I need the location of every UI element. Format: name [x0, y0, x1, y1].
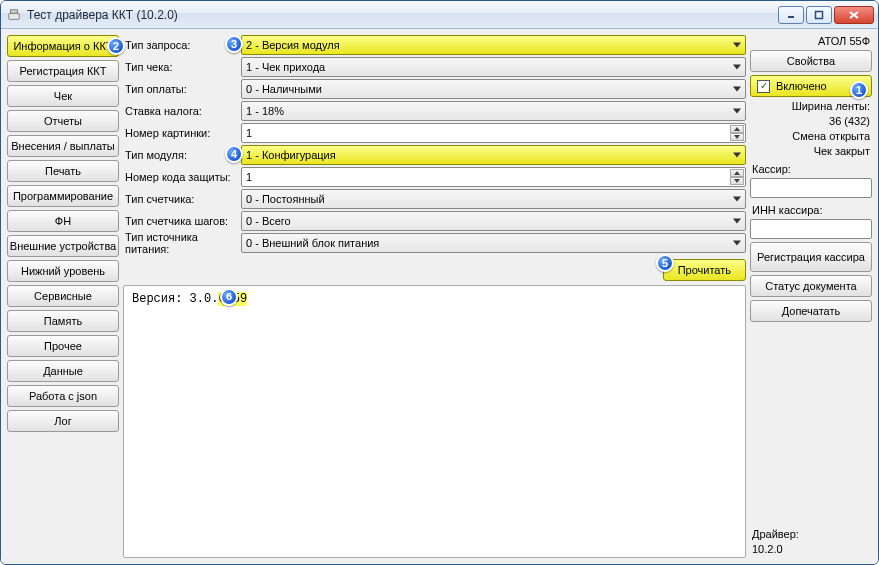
row-counter-type: Тип счетчика: 0 - Постоянный	[123, 189, 746, 209]
nav-registration-kkt[interactable]: Регистрация ККТ	[7, 60, 119, 82]
nav-memory[interactable]: Память	[7, 310, 119, 332]
maximize-button[interactable]	[806, 6, 832, 24]
nav-low-level[interactable]: Нижний уровень	[7, 260, 119, 282]
combo-step-counter[interactable]: 0 - Всего	[241, 211, 746, 231]
nav-programming[interactable]: Программирование	[7, 185, 119, 207]
nav-service[interactable]: Сервисные	[7, 285, 119, 307]
output-pane[interactable]: Версия: 3.0.6059 6	[123, 285, 746, 558]
label-receipt-type: Тип чека:	[123, 61, 237, 73]
content-area: Информация о ККТ Регистрация ККТ Чек Отч…	[1, 29, 878, 564]
label-step-counter: Тип счетчика шагов:	[123, 215, 237, 227]
label-request-type: Тип запроса:	[123, 39, 237, 51]
properties-button[interactable]: Свойства	[750, 50, 872, 72]
chevron-down-icon	[733, 87, 741, 92]
svg-rect-3	[816, 11, 823, 18]
svg-marker-8	[734, 171, 740, 175]
spin-down-icon[interactable]	[730, 177, 744, 185]
register-cashier-button[interactable]: Регистрация кассира	[750, 242, 872, 272]
row-tax-rate: Ставка налога: 1 - 18%	[123, 101, 746, 121]
svg-marker-9	[734, 179, 740, 183]
nav-other[interactable]: Прочее	[7, 335, 119, 357]
combo-counter-type[interactable]: 0 - Постоянный	[241, 189, 746, 209]
tape-width-label: Ширина ленты:	[750, 100, 872, 112]
read-button[interactable]: Прочитать	[663, 259, 746, 281]
combo-counter-type-value: 0 - Постоянный	[246, 193, 325, 205]
svg-marker-7	[734, 135, 740, 139]
chevron-down-icon	[733, 43, 741, 48]
driver-info: Драйвер: 10.2.0	[750, 525, 872, 558]
output-highlight: 6059	[218, 292, 247, 306]
doc-status-button[interactable]: Статус документа	[750, 275, 872, 297]
spin-up-icon[interactable]	[730, 125, 744, 133]
driver-version: 10.2.0	[752, 542, 870, 556]
combo-receipt-type[interactable]: 1 - Чек прихода	[241, 57, 746, 77]
nav-sidebar: Информация о ККТ Регистрация ККТ Чек Отч…	[7, 35, 119, 558]
enabled-checkbox-row[interactable]: ✓ Включено	[750, 75, 872, 97]
combo-step-counter-value: 0 - Всего	[246, 215, 291, 227]
nav-deposits-withdrawals[interactable]: Внесения / выплаты	[7, 135, 119, 157]
cashier-input[interactable]	[750, 178, 872, 198]
chevron-down-icon	[733, 197, 741, 202]
check-icon: ✓	[757, 80, 770, 93]
nav-receipt[interactable]: Чек	[7, 85, 119, 107]
spin-protection-code[interactable]: 1	[241, 167, 746, 187]
cashier-inn-label: ИНН кассира:	[750, 201, 872, 216]
svg-marker-6	[734, 127, 740, 131]
tape-width-value: 36 (432)	[750, 115, 872, 127]
nav-log[interactable]: Лог	[7, 410, 119, 432]
device-model: АТОЛ 55Ф	[750, 35, 872, 47]
label-counter-type: Тип счетчика:	[123, 193, 237, 205]
enabled-label: Включено	[776, 80, 827, 92]
row-step-counter: Тип счетчика шагов: 0 - Всего	[123, 211, 746, 231]
window-title: Тест драйвера ККТ (10.2.0)	[27, 8, 772, 22]
combo-module-type-value: 1 - Конфигурация	[246, 149, 336, 161]
nav-info-kkt[interactable]: Информация о ККТ	[7, 35, 119, 57]
spin-up-icon[interactable]	[730, 169, 744, 177]
label-protection-code: Номер кода защиты:	[123, 171, 237, 183]
combo-payment-type-value: 0 - Наличными	[246, 83, 322, 95]
spin-down-icon[interactable]	[730, 133, 744, 141]
reprint-button[interactable]: Допечатать	[750, 300, 872, 322]
row-receipt-type: Тип чека: 1 - Чек прихода	[123, 57, 746, 77]
combo-request-type-value: 2 - Версия модуля	[246, 39, 340, 51]
chevron-down-icon	[733, 65, 741, 70]
app-icon	[7, 8, 21, 22]
combo-power-source[interactable]: 0 - Внешний блок питания	[241, 233, 746, 253]
cashier-label: Кассир:	[750, 160, 872, 175]
shift-state: Смена открыта	[750, 130, 872, 142]
receipt-state: Чек закрыт	[750, 145, 872, 157]
label-power-source: Тип источника питания:	[123, 231, 237, 255]
nav-data[interactable]: Данные	[7, 360, 119, 382]
row-request-type: Тип запроса: 2 - Версия модуля	[123, 35, 746, 55]
driver-label: Драйвер:	[752, 527, 870, 541]
spin-picture-no[interactable]: 1	[241, 123, 746, 143]
label-tax-rate: Ставка налога:	[123, 105, 237, 117]
nav-fn[interactable]: ФН	[7, 210, 119, 232]
combo-tax-rate[interactable]: 1 - 18%	[241, 101, 746, 121]
nav-external-devices[interactable]: Внешние устройства	[7, 235, 119, 257]
row-picture-no: Номер картинки: 1	[123, 123, 746, 143]
chevron-down-icon	[733, 109, 741, 114]
cashier-inn-input[interactable]	[750, 219, 872, 239]
combo-module-type[interactable]: 1 - Конфигурация	[241, 145, 746, 165]
center-panel: Тип запроса: 2 - Версия модуля Тип чека:…	[123, 35, 746, 558]
chevron-down-icon	[733, 219, 741, 224]
row-module-type: Тип модуля: 1 - Конфигурация	[123, 145, 746, 165]
close-button[interactable]	[834, 6, 874, 24]
nav-print[interactable]: Печать	[7, 160, 119, 182]
row-protection-code: Номер кода защиты: 1	[123, 167, 746, 187]
nav-json[interactable]: Работа с json	[7, 385, 119, 407]
combo-payment-type[interactable]: 0 - Наличными	[241, 79, 746, 99]
right-sidebar: АТОЛ 55Ф Свойства ✓ Включено Ширина лент…	[750, 35, 872, 558]
label-module-type: Тип модуля:	[123, 149, 237, 161]
svg-rect-1	[11, 9, 18, 13]
combo-tax-rate-value: 1 - 18%	[246, 105, 284, 117]
minimize-button[interactable]	[778, 6, 804, 24]
chevron-down-icon	[733, 241, 741, 246]
combo-request-type[interactable]: 2 - Версия модуля	[241, 35, 746, 55]
nav-reports[interactable]: Отчеты	[7, 110, 119, 132]
row-power-source: Тип источника питания: 0 - Внешний блок …	[123, 233, 746, 253]
row-payment-type: Тип оплаты: 0 - Наличными	[123, 79, 746, 99]
spin-protection-code-value: 1	[246, 171, 252, 183]
combo-receipt-type-value: 1 - Чек прихода	[246, 61, 325, 73]
